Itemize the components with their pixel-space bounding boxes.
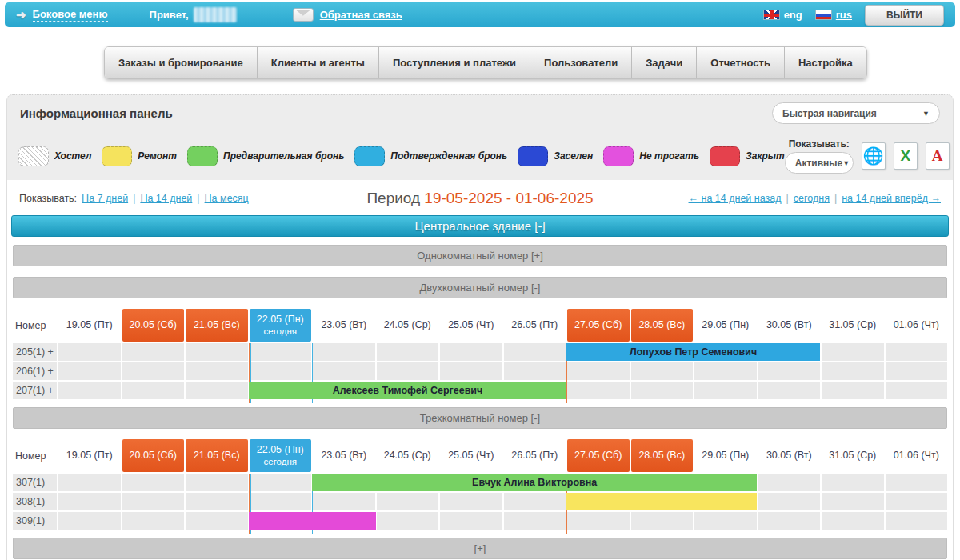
day-cell[interactable]	[250, 343, 312, 361]
pdf-export-icon[interactable]: A	[926, 142, 950, 170]
day-cell[interactable]	[822, 493, 884, 510]
day-cell[interactable]	[504, 512, 566, 530]
day-cell[interactable]	[250, 493, 312, 510]
room-label[interactable]: 309(1)	[13, 512, 57, 530]
day-cell[interactable]	[186, 382, 248, 399]
building-section-toggle[interactable]: Центральное здание [-]	[11, 215, 949, 237]
day-cell[interactable]	[186, 493, 248, 510]
day-cell[interactable]	[440, 493, 502, 510]
day-cell[interactable]	[504, 343, 566, 361]
day-cell[interactable]	[822, 512, 884, 530]
day-cell[interactable]	[122, 362, 185, 380]
day-cell[interactable]	[631, 512, 694, 530]
excel-export-icon[interactable]: X	[894, 142, 918, 170]
day-cell[interactable]	[822, 474, 884, 491]
day-cell[interactable]	[822, 382, 884, 399]
day-cell[interactable]	[313, 343, 375, 361]
day-cell[interactable]	[694, 512, 757, 530]
day-cell[interactable]	[886, 493, 948, 510]
day-cell[interactable]	[758, 382, 821, 399]
day-cell[interactable]	[58, 382, 121, 399]
day-cell[interactable]	[440, 343, 502, 361]
more-sections-toggle[interactable]: [+]	[13, 538, 947, 559]
day-cell[interactable]	[886, 362, 948, 380]
day-cell[interactable]	[122, 512, 185, 530]
day-cell[interactable]	[186, 343, 248, 361]
range-7-days-link[interactable]: На 7 дней	[82, 193, 128, 204]
day-cell[interactable]	[567, 382, 630, 399]
day-cell[interactable]	[58, 512, 121, 530]
range-month-link[interactable]: На месяц	[205, 193, 249, 204]
booking-bar-prelim[interactable]: Евчук Алина Викторовна	[312, 474, 757, 491]
day-cell[interactable]	[440, 362, 502, 380]
room-label[interactable]: 308(1)	[13, 493, 57, 510]
booking-bar-repair[interactable]	[566, 493, 757, 510]
booking-bar-confirmed[interactable]: Лопухов Петр Семенович	[566, 343, 820, 361]
day-cell[interactable]	[822, 362, 884, 380]
side-menu-link[interactable]: Боковое меню	[33, 8, 108, 22]
lang-rus[interactable]: rus	[815, 9, 852, 21]
day-cell[interactable]	[250, 474, 312, 491]
room-label[interactable]: 207(1) +	[13, 382, 57, 399]
double-room-section-toggle[interactable]: Двухкомнатный номер [-]	[13, 277, 947, 298]
tab-clients[interactable]: Клиенты и агенты	[258, 47, 379, 78]
lang-eng[interactable]: eng	[763, 9, 802, 21]
period-back-link[interactable]: ← на 14 дней назад	[689, 193, 782, 204]
range-14-days-link[interactable]: На 14 дней	[140, 193, 192, 204]
day-cell[interactable]	[694, 382, 757, 399]
day-cell[interactable]	[822, 343, 884, 361]
room-label[interactable]: 205(1) +	[13, 343, 57, 361]
booking-bar-prelim[interactable]: Алексеев Тимофей Сергеевич	[249, 382, 566, 399]
day-cell[interactable]	[758, 362, 821, 380]
html-export-icon[interactable]: 🌐	[862, 142, 886, 170]
day-cell[interactable]	[122, 382, 185, 399]
day-cell[interactable]	[694, 362, 757, 380]
tab-reports[interactable]: Отчетность	[697, 47, 785, 78]
room-label[interactable]: 206(1) +	[13, 362, 57, 380]
day-cell[interactable]	[886, 474, 948, 491]
day-cell[interactable]	[122, 343, 185, 361]
day-cell[interactable]	[567, 512, 630, 530]
active-filter-select[interactable]: Активные ▼	[785, 152, 854, 174]
quick-nav-select[interactable]: Быстрая навигация ▼	[772, 102, 940, 124]
day-cell[interactable]	[186, 512, 248, 530]
single-room-section-toggle[interactable]: Однокомнатный номер [+]	[13, 245, 947, 266]
day-cell[interactable]	[886, 343, 948, 361]
day-cell[interactable]	[313, 362, 375, 380]
room-label[interactable]: 307(1)	[13, 474, 57, 491]
day-cell[interactable]	[631, 382, 694, 399]
booking-bar-notouch[interactable]	[249, 512, 376, 530]
day-cell[interactable]	[377, 512, 439, 530]
day-cell[interactable]	[567, 362, 630, 380]
feedback-link[interactable]: Обратная связь	[320, 9, 402, 21]
day-cell[interactable]	[886, 382, 948, 399]
day-cell[interactable]	[186, 362, 248, 380]
day-cell[interactable]	[58, 474, 121, 491]
day-cell[interactable]	[758, 493, 821, 510]
day-cell[interactable]	[58, 343, 121, 361]
day-cell[interactable]	[758, 512, 821, 530]
day-cell[interactable]	[58, 362, 121, 380]
day-cell[interactable]	[504, 362, 566, 380]
day-cell[interactable]	[758, 474, 821, 491]
day-cell[interactable]	[250, 362, 312, 380]
period-forward-link[interactable]: на 14 дней вперёд →	[842, 193, 941, 204]
day-cell[interactable]	[58, 493, 121, 510]
logout-button[interactable]: выйти	[865, 5, 944, 26]
day-cell[interactable]	[186, 474, 248, 491]
day-cell[interactable]	[377, 493, 439, 510]
tab-payments[interactable]: Поступления и платежи	[379, 47, 530, 78]
day-cell[interactable]	[313, 493, 375, 510]
day-cell[interactable]	[440, 512, 502, 530]
day-cell[interactable]	[886, 512, 948, 530]
day-cell[interactable]	[377, 362, 439, 380]
day-cell[interactable]	[122, 493, 185, 510]
day-cell[interactable]	[631, 362, 694, 380]
day-cell[interactable]	[377, 343, 439, 361]
tab-orders[interactable]: Заказы и бронирование	[105, 47, 258, 78]
tab-tasks[interactable]: Задачи	[632, 47, 697, 78]
tab-settings[interactable]: Настройка	[785, 47, 866, 78]
day-cell[interactable]	[504, 493, 566, 510]
day-cell[interactable]	[122, 474, 185, 491]
triple-room-section-toggle[interactable]: Трехкомнатный номер [-]	[13, 407, 947, 429]
